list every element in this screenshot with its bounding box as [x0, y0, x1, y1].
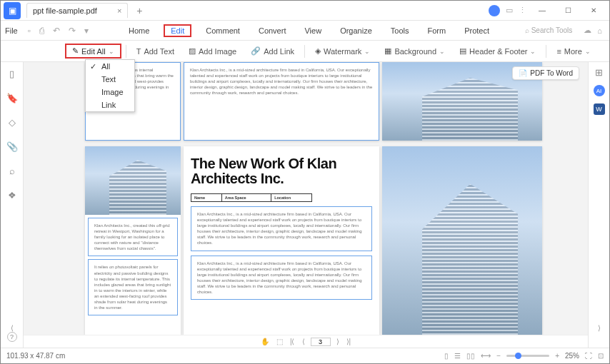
help-icon[interactable]: ? [7, 332, 17, 342]
menu-edit[interactable]: Edit [164, 24, 191, 37]
kebab-menu-icon[interactable]: ⋮ [519, 6, 526, 15]
comments-panel-icon[interactable]: ◇ [6, 116, 18, 128]
tab-label: ppt file-sample.pdf [33, 6, 97, 15]
fullscreen-icon[interactable]: ⊡ [598, 352, 604, 360]
thumbnails-icon[interactable]: ▯ [6, 68, 18, 79]
scroll-left-icon[interactable]: ⟨ [11, 324, 14, 332]
scroll-right-icon[interactable]: ⟩ [598, 324, 601, 332]
dropdown-item-image[interactable]: Image [86, 86, 134, 98]
pdf-heading[interactable]: The New Work Of Klan Architects Inc. [184, 146, 379, 191]
single-page-view-icon[interactable]: ▯ [444, 352, 449, 360]
document-dimensions: 101.93 x 47.87 cm [6, 352, 65, 360]
header-footer-icon: ▤ [459, 46, 466, 56]
right-sidebar: ⊞ AI W [588, 62, 609, 348]
chat-icon[interactable]: ▭ [506, 6, 513, 15]
dropdown-item-all[interactable]: All [86, 60, 134, 73]
fit-page-icon[interactable]: ⛶ [585, 352, 592, 360]
left-sidebar: ▯ 🔖 ◇ 📎 ⌕ ❖ ? [1, 62, 24, 348]
pdf-image-block[interactable] [382, 146, 542, 335]
watermark-icon: ◈ [315, 46, 321, 56]
menubar: File ▫ ⎙ ↶ ↷ ▾ Home Edit Comment Convert… [1, 21, 609, 41]
pdf-text-block[interactable]: Klan Architects Inc., is a mid-sized arc… [184, 62, 379, 141]
minimize-button[interactable]: — [532, 2, 552, 19]
background-button[interactable]: ▦Background [379, 45, 451, 57]
image-icon: ▨ [189, 46, 196, 56]
close-window-button[interactable]: ✕ [584, 2, 604, 19]
menu-protect[interactable]: Protect [460, 24, 494, 37]
two-page-view-icon[interactable]: ▯▯ [466, 352, 475, 360]
menu-form[interactable]: Form [423, 24, 450, 37]
zoom-slider[interactable] [506, 355, 549, 357]
last-page-button[interactable]: ⟩| [345, 338, 353, 345]
file-menu[interactable]: File [5, 26, 18, 35]
pdf-text-block[interactable]: Klan Architects Inc., is a mid-sized arc… [191, 206, 372, 251]
zoom-out-button[interactable]: − [496, 352, 501, 360]
dropdown-item-link[interactable]: Link [86, 98, 134, 111]
more-button[interactable]: ≡More [551, 46, 596, 57]
ai-assistant-icon[interactable]: AI [594, 85, 605, 96]
search-panel-icon[interactable]: ⌕ [6, 165, 18, 176]
header-footer-button[interactable]: ▤Header & Footer [454, 45, 541, 57]
edit-all-button[interactable]: Edit All [65, 44, 121, 59]
fit-width-icon[interactable]: ⟷ [481, 352, 491, 360]
menu-view[interactable]: View [300, 24, 326, 37]
dropdown-item-text[interactable]: Text [86, 73, 134, 86]
search-tools-input[interactable]: Search Tools [525, 26, 572, 34]
menu-tools[interactable]: Tools [386, 24, 414, 37]
app-logo-icon: ▣ [4, 2, 21, 19]
add-link-button[interactable]: 🔗Add Link [245, 45, 300, 57]
pdf-text-block[interactable]: It relies on photovoltaic panels for ele… [88, 259, 178, 315]
undo-icon[interactable]: ↶ [53, 26, 60, 36]
page-navigation: ✋ ⬚ |⟨ ⟨ ⟩ ⟩| [24, 335, 588, 348]
add-text-button[interactable]: TAdd Text [131, 46, 180, 57]
continuous-view-icon[interactable]: ☰ [454, 352, 461, 360]
menu-home[interactable]: Home [124, 24, 154, 37]
add-image-button[interactable]: ▨Add Image [183, 45, 242, 57]
next-page-button[interactable]: ⟩ [335, 338, 341, 345]
word-export-icon[interactable]: W [594, 103, 605, 115]
statusbar: 101.93 x 47.87 cm ▯ ☰ ▯▯ ⟷ − + 25% ⛶ ⊡ [1, 348, 609, 363]
link-icon: 🔗 [251, 46, 261, 56]
menu-comment[interactable]: Comment [201, 24, 244, 37]
more-icon: ≡ [556, 47, 561, 56]
page-number-input[interactable] [311, 338, 331, 346]
edit-all-dropdown: All Text Image Link [85, 59, 135, 112]
document-tab[interactable]: ppt file-sample.pdf × [26, 3, 128, 18]
pdf-text-block[interactable]: Klan Architects Inc., created this off-g… [88, 218, 178, 256]
pdf-page-column[interactable]: The New Work Of Klan Architects Inc. Nam… [184, 146, 379, 335]
first-page-button[interactable]: |⟨ [289, 338, 296, 345]
titlebar: ▣ ppt file-sample.pdf × + ▭ ⋮ — ☐ ✕ [1, 1, 609, 21]
save-icon[interactable]: ▫ [28, 26, 31, 36]
select-tool-icon[interactable]: ⬚ [275, 338, 284, 345]
maximize-button[interactable]: ☐ [558, 2, 578, 19]
print-icon[interactable]: ⎙ [39, 26, 44, 36]
home-icon[interactable]: ⌂ [597, 26, 602, 35]
cloud-icon[interactable]: ☁ [584, 26, 591, 35]
layers-icon[interactable]: ❖ [6, 189, 18, 201]
text-icon: T [136, 47, 141, 56]
qa-dropdown-icon[interactable]: ▾ [84, 26, 89, 36]
redo-icon[interactable]: ↷ [69, 26, 76, 36]
zoom-slider-thumb[interactable] [515, 353, 521, 359]
menu-convert[interactable]: Convert [254, 24, 291, 37]
menu-organize[interactable]: Organize [336, 24, 376, 37]
hand-tool-icon[interactable]: ✋ [259, 338, 271, 345]
attachments-icon[interactable]: 📎 [6, 141, 18, 152]
pdf-page-column[interactable]: Klan Architects Inc., created this off-g… [85, 146, 181, 335]
bookmarks-icon[interactable]: 🔖 [6, 92, 18, 103]
pdf-to-word-button[interactable]: PDF To Word [512, 66, 579, 80]
background-icon: ▦ [384, 46, 391, 56]
properties-icon[interactable]: ⊞ [594, 66, 605, 78]
prev-page-button[interactable]: ⟨ [301, 338, 306, 345]
share-icon[interactable] [489, 5, 500, 16]
watermark-button[interactable]: ◈Watermark [309, 45, 376, 57]
new-tab-button[interactable]: + [136, 5, 142, 16]
close-tab-icon[interactable]: × [117, 6, 121, 15]
pdf-info-table[interactable]: Name Area Space Location [191, 193, 312, 202]
zoom-in-button[interactable]: + [555, 352, 559, 360]
zoom-level[interactable]: 25% [565, 352, 579, 360]
pdf-text-block[interactable]: Klan Architects Inc., is a mid-sized arc… [191, 256, 372, 300]
